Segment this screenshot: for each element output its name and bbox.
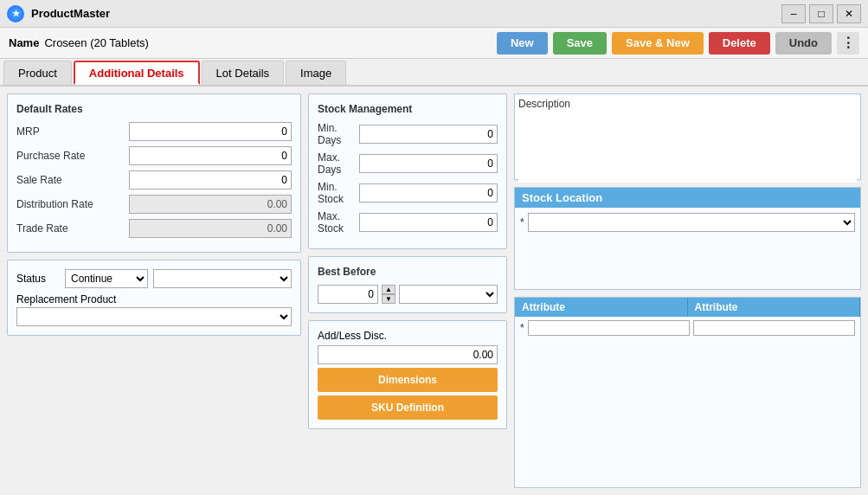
window-controls: – □ ✕ xyxy=(781,4,861,23)
attribute-col2-header: Attribute xyxy=(688,298,861,317)
attribute-col1-header: Attribute xyxy=(515,298,688,317)
dimensions-button[interactable]: Dimensions xyxy=(318,368,498,392)
status-section: Status Continue Discontinued Replacement… xyxy=(7,260,301,336)
status-label: Status xyxy=(16,273,60,285)
tab-product[interactable]: Product xyxy=(3,61,72,85)
undo-button[interactable]: Undo xyxy=(775,32,832,55)
best-before-section: Best Before ▲ ▼ Days Months Years xyxy=(308,256,507,313)
distribution-rate-row: Distribution Rate xyxy=(16,195,292,214)
max-days-label: Max. Days xyxy=(318,151,359,176)
toolbar: New Save Save & New Delete Undo ⋮ xyxy=(497,32,859,55)
add-less-disc-input[interactable] xyxy=(318,345,498,364)
replacement-select[interactable] xyxy=(16,307,292,326)
best-before-title: Best Before xyxy=(318,266,498,278)
stock-location-empty-area xyxy=(515,237,860,289)
save-new-button[interactable]: Save & New xyxy=(612,32,704,55)
sale-rate-input[interactable] xyxy=(129,170,292,190)
best-before-input[interactable] xyxy=(318,285,378,304)
stock-location-title: Stock Location xyxy=(522,191,602,204)
max-stock-input[interactable] xyxy=(359,213,498,232)
middle-panel: Stock Management Min. Days Max. Days Min… xyxy=(308,93,507,488)
title-bar: ★ ProductMaster – □ ✕ xyxy=(0,0,868,28)
stock-management-section: Stock Management Min. Days Max. Days Min… xyxy=(308,93,507,249)
add-less-disc-section: Add/Less Disc. Dimensions SKU Definition xyxy=(308,320,507,429)
min-stock-label: Min. Stock xyxy=(318,181,359,205)
save-button[interactable]: Save xyxy=(553,32,607,55)
sale-rate-label: Sale Rate xyxy=(16,174,129,186)
trade-rate-label: Trade Rate xyxy=(16,222,129,235)
attribute-required-star: * xyxy=(520,322,524,334)
description-textarea[interactable] xyxy=(518,113,857,183)
trade-rate-row: Trade Rate xyxy=(16,219,292,238)
min-days-row: Min. Days xyxy=(318,122,498,146)
maximize-button[interactable]: □ xyxy=(809,4,833,23)
stock-location-body: * xyxy=(515,208,860,237)
status-select2[interactable] xyxy=(153,269,292,288)
stock-location-header: Stock Location xyxy=(515,188,860,208)
stock-management-title: Stock Management xyxy=(318,103,498,115)
sale-rate-row: Sale Rate xyxy=(16,170,292,190)
spin-up-button[interactable]: ▲ xyxy=(382,285,395,294)
name-bar: Name Croseen (20 Tablets) New Save Save … xyxy=(0,28,868,59)
close-button[interactable]: ✕ xyxy=(837,4,861,23)
delete-button[interactable]: Delete xyxy=(709,32,770,55)
sku-definition-button[interactable]: SKU Definition xyxy=(318,395,498,420)
tab-lot-details[interactable]: Lot Details xyxy=(202,61,284,85)
new-button[interactable]: New xyxy=(497,32,548,55)
right-panel: Description Stock Location * Attribute A… xyxy=(514,93,861,488)
replacement-row: Replacement Product xyxy=(16,293,292,326)
app-title: ProductMaster xyxy=(31,7,110,20)
left-panel: Default Rates MRP Purchase Rate Sale Rat… xyxy=(7,93,301,488)
min-days-label: Min. Days xyxy=(318,122,359,146)
tab-image[interactable]: Image xyxy=(286,61,346,85)
max-days-row: Max. Days xyxy=(318,151,498,176)
best-before-unit-select[interactable]: Days Months Years xyxy=(399,285,498,304)
best-before-row: ▲ ▼ Days Months Years xyxy=(318,285,498,304)
min-stock-row: Min. Stock xyxy=(318,181,498,205)
app-icon: ★ xyxy=(7,5,24,22)
mrp-label: MRP xyxy=(16,125,129,138)
add-less-disc-label: Add/Less Disc. xyxy=(318,330,498,342)
name-label: Name xyxy=(9,36,39,49)
purchase-rate-input[interactable] xyxy=(129,146,292,165)
attribute-header: Attribute Attribute xyxy=(515,298,860,317)
max-stock-row: Max. Stock xyxy=(318,210,498,235)
spin-down-button[interactable]: ▼ xyxy=(382,294,395,304)
max-days-input[interactable] xyxy=(359,154,498,173)
main-content: Default Rates MRP Purchase Rate Sale Rat… xyxy=(0,87,868,495)
min-days-input[interactable] xyxy=(359,125,498,144)
distribution-rate-label: Distribution Rate xyxy=(16,198,129,210)
mrp-input[interactable] xyxy=(129,122,292,141)
min-stock-input[interactable] xyxy=(359,183,498,202)
tab-additional-details[interactable]: Additional Details xyxy=(74,61,200,85)
distribution-rate-input xyxy=(129,195,292,214)
status-row: Status Continue Discontinued xyxy=(16,269,292,288)
name-value: Croseen (20 Tablets) xyxy=(44,36,148,49)
mrp-row: MRP xyxy=(16,122,292,141)
description-section: Description xyxy=(514,93,861,180)
default-rates-title: Default Rates xyxy=(16,103,292,115)
stock-location-required-star: * xyxy=(520,216,524,228)
attribute-section: Attribute Attribute * xyxy=(514,297,861,488)
spinner-controls: ▲ ▼ xyxy=(382,285,395,304)
attribute-body: * xyxy=(515,317,860,339)
default-rates-section: Default Rates MRP Purchase Rate Sale Rat… xyxy=(7,93,301,253)
purchase-rate-label: Purchase Rate xyxy=(16,150,129,162)
purchase-rate-row: Purchase Rate xyxy=(16,146,292,165)
stock-location-section: Stock Location * xyxy=(514,187,861,290)
stock-location-select[interactable] xyxy=(528,213,855,232)
attribute-col1-input[interactable] xyxy=(528,320,690,336)
status-select[interactable]: Continue Discontinued xyxy=(65,269,148,288)
max-stock-label: Max. Stock xyxy=(318,210,359,235)
trade-rate-input xyxy=(129,219,292,238)
replacement-label: Replacement Product xyxy=(16,293,292,305)
description-label: Description xyxy=(518,98,857,110)
more-button[interactable]: ⋮ xyxy=(837,32,859,55)
minimize-button[interactable]: – xyxy=(781,4,806,23)
tabs-bar: Product Additional Details Lot Details I… xyxy=(0,59,868,87)
attribute-col2-input[interactable] xyxy=(693,320,855,336)
